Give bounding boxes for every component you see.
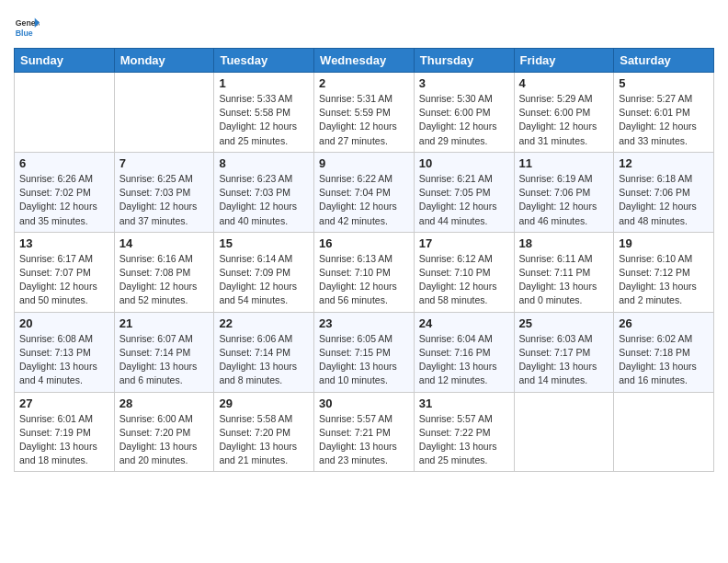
- day-cell: 21Sunrise: 6:07 AM Sunset: 7:14 PM Dayli…: [114, 312, 214, 392]
- day-info: Sunrise: 6:23 AM Sunset: 7:03 PM Dayligh…: [219, 172, 309, 228]
- day-info: Sunrise: 6:22 AM Sunset: 7:04 PM Dayligh…: [319, 172, 409, 228]
- day-number: 4: [519, 76, 609, 90]
- day-info: Sunrise: 5:29 AM Sunset: 6:00 PM Dayligh…: [519, 92, 609, 148]
- col-header-tuesday: Tuesday: [214, 49, 314, 73]
- col-header-wednesday: Wednesday: [314, 49, 415, 73]
- svg-text:Blue: Blue: [16, 29, 33, 38]
- calendar-table: SundayMondayTuesdayWednesdayThursdayFrid…: [14, 48, 714, 472]
- day-number: 1: [219, 76, 309, 90]
- day-info: Sunrise: 6:05 AM Sunset: 7:15 PM Dayligh…: [319, 332, 409, 388]
- day-info: Sunrise: 6:18 AM Sunset: 7:06 PM Dayligh…: [619, 172, 709, 228]
- day-info: Sunrise: 6:11 AM Sunset: 7:11 PM Dayligh…: [519, 252, 609, 308]
- day-info: Sunrise: 6:21 AM Sunset: 7:05 PM Dayligh…: [419, 172, 509, 228]
- day-info: Sunrise: 6:02 AM Sunset: 7:18 PM Dayligh…: [619, 332, 709, 388]
- day-info: Sunrise: 6:19 AM Sunset: 7:06 PM Dayligh…: [519, 172, 609, 228]
- day-cell: 22Sunrise: 6:06 AM Sunset: 7:14 PM Dayli…: [214, 312, 314, 392]
- day-cell: 11Sunrise: 6:19 AM Sunset: 7:06 PM Dayli…: [514, 152, 614, 232]
- day-info: Sunrise: 5:57 AM Sunset: 7:22 PM Dayligh…: [419, 412, 509, 468]
- logo-icon: General Blue: [14, 15, 40, 40]
- calendar-body: 1Sunrise: 5:33 AM Sunset: 5:58 PM Daylig…: [15, 73, 714, 472]
- day-number: 21: [119, 316, 210, 330]
- day-number: 15: [219, 236, 309, 250]
- day-info: Sunrise: 6:04 AM Sunset: 7:16 PM Dayligh…: [419, 332, 509, 388]
- week-row-4: 20Sunrise: 6:08 AM Sunset: 7:13 PM Dayli…: [15, 312, 714, 392]
- week-row-5: 27Sunrise: 6:01 AM Sunset: 7:19 PM Dayli…: [15, 392, 714, 472]
- day-number: 30: [319, 396, 409, 410]
- day-number: 9: [319, 156, 409, 170]
- day-cell: 26Sunrise: 6:02 AM Sunset: 7:18 PM Dayli…: [614, 312, 714, 392]
- day-info: Sunrise: 5:57 AM Sunset: 7:21 PM Dayligh…: [319, 412, 409, 468]
- day-cell: 8Sunrise: 6:23 AM Sunset: 7:03 PM Daylig…: [214, 152, 314, 232]
- day-info: Sunrise: 6:03 AM Sunset: 7:17 PM Dayligh…: [519, 332, 609, 388]
- logo: General Blue: [14, 15, 40, 40]
- day-cell: 27Sunrise: 6:01 AM Sunset: 7:19 PM Dayli…: [15, 392, 115, 472]
- day-cell: 30Sunrise: 5:57 AM Sunset: 7:21 PM Dayli…: [314, 392, 415, 472]
- day-cell: 10Sunrise: 6:21 AM Sunset: 7:05 PM Dayli…: [414, 152, 514, 232]
- day-number: 14: [119, 236, 210, 250]
- col-header-saturday: Saturday: [614, 49, 714, 73]
- day-cell: 20Sunrise: 6:08 AM Sunset: 7:13 PM Dayli…: [15, 312, 115, 392]
- day-number: 25: [519, 316, 609, 330]
- day-cell: 17Sunrise: 6:12 AM Sunset: 7:10 PM Dayli…: [414, 232, 514, 312]
- day-number: 10: [419, 156, 509, 170]
- day-number: 22: [219, 316, 309, 330]
- day-info: Sunrise: 5:33 AM Sunset: 5:58 PM Dayligh…: [219, 92, 309, 148]
- day-info: Sunrise: 6:17 AM Sunset: 7:07 PM Dayligh…: [19, 252, 109, 308]
- day-number: 6: [19, 156, 109, 170]
- day-cell: 16Sunrise: 6:13 AM Sunset: 7:10 PM Dayli…: [314, 232, 415, 312]
- day-info: Sunrise: 6:13 AM Sunset: 7:10 PM Dayligh…: [319, 252, 409, 308]
- day-cell: 7Sunrise: 6:25 AM Sunset: 7:03 PM Daylig…: [114, 152, 214, 232]
- days-of-week-row: SundayMondayTuesdayWednesdayThursdayFrid…: [15, 49, 714, 73]
- day-info: Sunrise: 6:25 AM Sunset: 7:03 PM Dayligh…: [119, 172, 210, 228]
- day-number: 2: [319, 76, 409, 90]
- day-info: Sunrise: 5:58 AM Sunset: 7:20 PM Dayligh…: [219, 412, 309, 468]
- col-header-friday: Friday: [514, 49, 614, 73]
- day-info: Sunrise: 6:07 AM Sunset: 7:14 PM Dayligh…: [119, 332, 210, 388]
- day-number: 17: [419, 236, 509, 250]
- day-cell: 1Sunrise: 5:33 AM Sunset: 5:58 PM Daylig…: [214, 73, 314, 153]
- day-number: 12: [619, 156, 709, 170]
- day-number: 20: [19, 316, 109, 330]
- day-info: Sunrise: 6:16 AM Sunset: 7:08 PM Dayligh…: [119, 252, 210, 308]
- day-info: Sunrise: 5:27 AM Sunset: 6:01 PM Dayligh…: [619, 92, 709, 148]
- day-cell: 25Sunrise: 6:03 AM Sunset: 7:17 PM Dayli…: [514, 312, 614, 392]
- day-info: Sunrise: 6:14 AM Sunset: 7:09 PM Dayligh…: [219, 252, 309, 308]
- week-row-1: 1Sunrise: 5:33 AM Sunset: 5:58 PM Daylig…: [15, 73, 714, 153]
- day-number: 19: [619, 236, 709, 250]
- col-header-monday: Monday: [114, 49, 214, 73]
- day-cell: 31Sunrise: 5:57 AM Sunset: 7:22 PM Dayli…: [414, 392, 514, 472]
- day-number: 7: [119, 156, 210, 170]
- day-cell: 6Sunrise: 6:26 AM Sunset: 7:02 PM Daylig…: [15, 152, 115, 232]
- day-number: 28: [119, 396, 210, 410]
- day-number: 3: [419, 76, 509, 90]
- day-info: Sunrise: 6:06 AM Sunset: 7:14 PM Dayligh…: [219, 332, 309, 388]
- week-row-2: 6Sunrise: 6:26 AM Sunset: 7:02 PM Daylig…: [15, 152, 714, 232]
- day-number: 29: [219, 396, 309, 410]
- day-cell: 14Sunrise: 6:16 AM Sunset: 7:08 PM Dayli…: [114, 232, 214, 312]
- header: General Blue: [14, 9, 714, 40]
- day-cell: 9Sunrise: 6:22 AM Sunset: 7:04 PM Daylig…: [314, 152, 415, 232]
- day-info: Sunrise: 5:31 AM Sunset: 5:59 PM Dayligh…: [319, 92, 409, 148]
- day-info: Sunrise: 6:00 AM Sunset: 7:20 PM Dayligh…: [119, 412, 210, 468]
- day-cell: [614, 392, 714, 472]
- col-header-sunday: Sunday: [15, 49, 115, 73]
- day-number: 23: [319, 316, 409, 330]
- day-cell: 2Sunrise: 5:31 AM Sunset: 5:59 PM Daylig…: [314, 73, 415, 153]
- day-number: 11: [519, 156, 609, 170]
- day-cell: 13Sunrise: 6:17 AM Sunset: 7:07 PM Dayli…: [15, 232, 115, 312]
- day-number: 31: [419, 396, 509, 410]
- day-info: Sunrise: 5:30 AM Sunset: 6:00 PM Dayligh…: [419, 92, 509, 148]
- day-cell: 19Sunrise: 6:10 AM Sunset: 7:12 PM Dayli…: [614, 232, 714, 312]
- day-number: 8: [219, 156, 309, 170]
- day-number: 18: [519, 236, 609, 250]
- day-cell: 23Sunrise: 6:05 AM Sunset: 7:15 PM Dayli…: [314, 312, 415, 392]
- col-header-thursday: Thursday: [414, 49, 514, 73]
- day-number: 27: [19, 396, 109, 410]
- day-cell: 15Sunrise: 6:14 AM Sunset: 7:09 PM Dayli…: [214, 232, 314, 312]
- day-info: Sunrise: 6:10 AM Sunset: 7:12 PM Dayligh…: [619, 252, 709, 308]
- day-cell: 24Sunrise: 6:04 AM Sunset: 7:16 PM Dayli…: [414, 312, 514, 392]
- day-cell: [514, 392, 614, 472]
- day-info: Sunrise: 6:26 AM Sunset: 7:02 PM Dayligh…: [19, 172, 109, 228]
- day-number: 26: [619, 316, 709, 330]
- day-info: Sunrise: 6:01 AM Sunset: 7:19 PM Dayligh…: [19, 412, 109, 468]
